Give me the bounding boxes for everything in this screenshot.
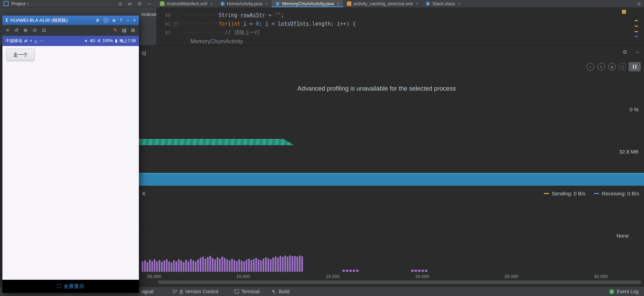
scrollbar-thumb[interactable] [158, 280, 641, 284]
zoom-out-button[interactable]: − [587, 63, 594, 71]
sending-legend-swatch [544, 193, 549, 194]
project-panel-title[interactable]: Project [11, 1, 25, 6]
timeline-scrollbar[interactable] [158, 280, 641, 284]
code-text: ············String·rowAsStr·=·""; [181, 11, 284, 20]
android-studio-window: Project ▾ ◎ ⇄ ⚙ ─ AndroidManifest.xml × … [0, 0, 644, 296]
reset-zoom-button[interactable]: ⊘ [608, 63, 616, 71]
close-icon[interactable]: × [210, 1, 213, 6]
rotate-icon[interactable]: ↺ [14, 27, 18, 33]
profiler-message: Advanced profiling is unavailable for th… [142, 85, 612, 92]
code-token: i [337, 21, 340, 27]
code-editor[interactable]: 80 ············String·rowAsStr·=·""; 81 … [156, 8, 644, 37]
energy-bar [212, 258, 214, 272]
close-icon[interactable]: × [458, 1, 461, 6]
screenshot-icon[interactable]: ⊡ [42, 27, 46, 33]
minimize-icon[interactable]: ─ [635, 49, 639, 55]
energy-bar [294, 256, 296, 272]
device-mirror-window[interactable]: Σ HUAWEI-BLA-AL00 (精简版) ⚙ i ⊕ ? ─ × ≡ ↺ … [2, 16, 139, 293]
breadcrumb[interactable]: MemoryChurnActivity [190, 38, 243, 45]
close-icon[interactable]: × [337, 1, 339, 6]
zoom-icon[interactable]: ⊕ [23, 27, 28, 33]
device-window-titlebar[interactable]: Σ HUAWEI-BLA-AL00 (精简版) ⚙ i ⊕ ? ─ × [2, 16, 139, 25]
tab-androidmanifest-xml[interactable]: AndroidManifest.xml × [156, 0, 217, 7]
hide-panel-icon[interactable]: ─ [148, 1, 151, 6]
gear-icon[interactable]: ⚙ [138, 1, 142, 6]
info-stripe-mark[interactable] [635, 36, 638, 37]
top-bar: Project ▾ ◎ ⇄ ⚙ ─ AndroidManifest.xml × … [0, 0, 644, 8]
energy-bar [144, 260, 146, 272]
battery-percent-label: 100% [102, 38, 113, 43]
close-icon[interactable]: × [133, 18, 136, 23]
pin-icon[interactable]: ⊕ [112, 18, 116, 23]
warning-stripe-mark[interactable] [635, 26, 638, 27]
energy-bar [243, 261, 245, 272]
code-token: i [244, 21, 247, 27]
energy-bar [284, 256, 286, 272]
close-icon[interactable]: × [416, 1, 418, 6]
project-tree-root[interactable]: Android [141, 12, 156, 17]
tool-button-terminal[interactable]: Terminal [234, 289, 260, 294]
energy-bar [154, 259, 155, 272]
line-number[interactable]: 80 [156, 11, 171, 20]
code-token: rowAsStr [240, 12, 265, 18]
energy-bar [149, 260, 151, 272]
settings-icon[interactable]: ⚙ [96, 18, 100, 23]
layout-file-icon [347, 1, 351, 6]
zoom-to-selection-button[interactable]: ⊡ [619, 63, 626, 70]
tool-button-event-log[interactable]: 1 Event Log [609, 289, 638, 294]
annotate-icon[interactable]: ✎ [113, 27, 117, 33]
locate-icon[interactable]: ⊙ [33, 27, 37, 33]
tab-activity-caching-exercise-xml[interactable]: activity_caching_exercise.xml × [343, 0, 422, 7]
line-number[interactable]: 81 [156, 20, 171, 28]
section-divider [137, 145, 644, 146]
tool-button-logcat[interactable]: ogcat [142, 289, 153, 294]
zoom-in-button[interactable]: + [597, 63, 605, 71]
phone-screen[interactable]: 走一个 [2, 46, 139, 280]
expand-icon: ⛶ [57, 283, 61, 289]
code-token: · [275, 21, 278, 27]
warning-stripe-mark[interactable] [635, 20, 638, 21]
close-icon[interactable]: × [265, 1, 268, 6]
help-icon[interactable]: ? [120, 18, 122, 23]
tool-button-build[interactable]: Build [271, 289, 289, 294]
warning-stripe-mark[interactable] [635, 31, 638, 32]
menu-icon[interactable]: ≡ [6, 27, 9, 33]
gear-icon[interactable]: ⚙ [623, 49, 627, 55]
hamburger-menu-icon[interactable]: ≡ [634, 1, 644, 7]
app-button[interactable]: 走一个 [7, 49, 35, 61]
code-token: · [237, 12, 240, 18]
chevron-down-icon[interactable]: ▾ [27, 2, 29, 6]
grid-icon[interactable]: ⊞ [131, 27, 135, 33]
memory-usage-chart[interactable] [137, 173, 644, 186]
code-token: 0 [256, 21, 259, 27]
fullscreen-bar[interactable]: ⛶ 全屏显示 [2, 280, 139, 293]
event-count-badge: 1 [609, 289, 614, 294]
energy-bar [248, 259, 250, 272]
info-icon[interactable]: i [104, 18, 108, 22]
pause-live-button[interactable] [629, 62, 641, 71]
inspections-indicator-icon[interactable] [622, 10, 626, 14]
tool-button-version-control[interactable]: 9: Version Control [173, 289, 218, 294]
tab-homeactivity-java[interactable]: C HomeActivity.java × [217, 0, 272, 7]
tab-memorychurnactivity-java[interactable]: C MemoryChurnActivity.java × [272, 0, 343, 7]
collapse-all-icon[interactable]: ⇄ [128, 1, 132, 6]
build-label: Build [278, 289, 289, 294]
class-file-icon: C [220, 1, 225, 6]
energy-bar [163, 260, 165, 272]
bluetooth-icon: ∗ [84, 38, 88, 43]
line-number[interactable]: 82 [156, 28, 171, 37]
energy-bar [241, 261, 243, 272]
code-token: ·············· [181, 29, 225, 36]
fold-collapse-icon[interactable]: − [174, 22, 178, 26]
energy-bar [195, 261, 197, 272]
plus-icon: + [30, 38, 32, 43]
locate-file-icon[interactable]: ◎ [118, 1, 122, 6]
minimize-icon[interactable]: ─ [126, 18, 129, 23]
code-line: 81 − ············for(int·i·=·0;·i·<·lots… [156, 20, 644, 28]
tab-stack-class[interactable]: C Stack.class × [422, 0, 464, 7]
energy-bar [267, 258, 269, 272]
device-window-title: HUAWEI-BLA-AL00 (精简版) [10, 17, 68, 24]
energy-chart[interactable] [142, 255, 303, 272]
cpu-usage-chart[interactable] [137, 139, 294, 145]
layout-icon[interactable]: ▤ [122, 27, 126, 33]
